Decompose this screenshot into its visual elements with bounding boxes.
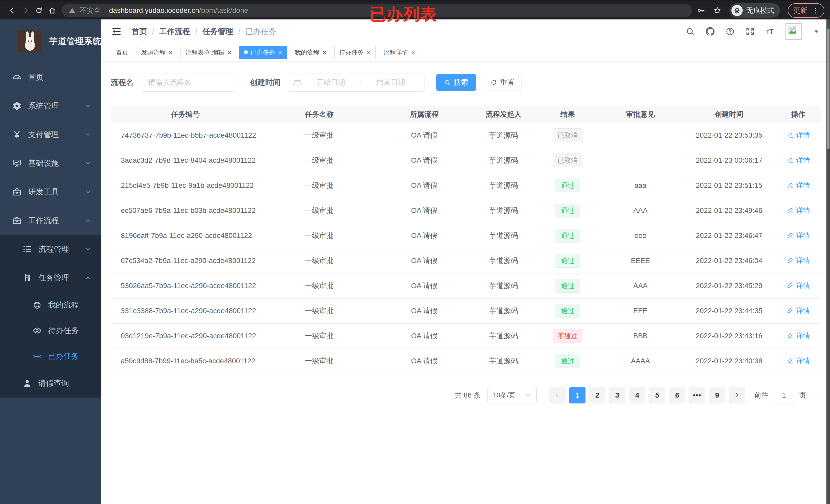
reset-button[interactable]: 重置 <box>483 74 522 91</box>
tab[interactable]: 流程表单-编辑 × <box>181 46 236 59</box>
cell-created: 2022-01-22 23:53:35 <box>682 123 776 148</box>
detail-link[interactable]: 详情 <box>787 256 810 265</box>
tab-label: 待办任务 <box>339 48 364 57</box>
scrollbar-thumb[interactable] <box>827 29 829 149</box>
detail-link[interactable]: 详情 <box>787 281 810 290</box>
sidebar-item[interactable]: 待办任务 <box>0 318 101 343</box>
tab[interactable]: 待办任务 × <box>334 46 376 59</box>
page-button[interactable]: 9 <box>709 387 725 403</box>
header-actions <box>685 23 820 40</box>
key-icon[interactable] <box>697 6 705 15</box>
page-button[interactable]: 5 <box>649 387 665 403</box>
page-size-select[interactable]: 10条/页 <box>487 387 537 403</box>
detail-link[interactable]: 详情 <box>787 131 810 140</box>
home-icon[interactable] <box>45 4 59 17</box>
cell-comment: BBB <box>598 324 682 348</box>
sidebar-item[interactable]: 我的流程 <box>0 292 101 318</box>
tasks-table: 任务编号任务名称所属流程流程发起人结果审批意见创建时间操作 74736737-7… <box>110 106 821 374</box>
reload-icon[interactable] <box>32 4 45 17</box>
page-button[interactable]: 2 <box>589 387 605 403</box>
search-button[interactable]: 搜索 <box>436 74 476 91</box>
cell-actions: 详情 <box>776 348 821 373</box>
detail-link[interactable]: 详情 <box>787 156 810 165</box>
cell-actions: 详情 <box>776 248 821 273</box>
sidebar-item[interactable]: 基础设施 <box>0 149 101 177</box>
detail-link[interactable]: 详情 <box>787 306 810 315</box>
goto-page-input[interactable] <box>773 387 795 403</box>
close-icon[interactable]: × <box>169 49 172 56</box>
tab[interactable]: 发起流程 × <box>136 46 178 59</box>
chrome-toolbar-right: 无痕模式 更新 ⋮ <box>697 3 824 18</box>
sidebar-item[interactable]: 已办任务 <box>0 343 101 369</box>
process-name-input[interactable] <box>141 73 235 92</box>
page-button[interactable]: ••• <box>689 387 705 403</box>
page-button[interactable]: 4 <box>629 387 645 403</box>
sidebar-item[interactable]: 工作流程 <box>0 206 101 235</box>
breadcrumb-item[interactable]: 首页 <box>132 26 147 37</box>
breadcrumb-item[interactable]: 已办任务 <box>233 26 276 37</box>
close-icon[interactable]: × <box>367 49 371 56</box>
bookmark-star-icon[interactable] <box>713 6 722 15</box>
close-icon[interactable]: × <box>411 49 415 56</box>
cell-starter: 芋道源码 <box>470 298 537 324</box>
next-page-button[interactable] <box>729 387 745 403</box>
sidebar-item[interactable]: 首页 <box>0 63 101 92</box>
avatar[interactable] <box>786 23 802 40</box>
page-button[interactable]: 6 <box>669 387 685 403</box>
sidebar-item[interactable]: 流程管理 <box>0 235 101 264</box>
tab[interactable]: 我的流程 × <box>290 46 331 59</box>
close-icon[interactable]: × <box>278 49 282 56</box>
close-icon[interactable]: × <box>227 49 231 56</box>
font-size-icon[interactable] <box>765 27 775 36</box>
cell-process: OA 请假 <box>378 198 470 223</box>
breadcrumb-item[interactable]: 任务管理 <box>190 26 233 37</box>
sidebar-collapse-icon[interactable] <box>111 26 122 37</box>
url-text: dashboard.yudao.iocoder.cn/bpm/task/done <box>109 6 248 14</box>
tab[interactable]: 流程详情 × <box>379 46 420 59</box>
detail-link[interactable]: 详情 <box>787 356 810 365</box>
page-button[interactable]: 1 <box>569 387 585 403</box>
detail-link[interactable]: 详情 <box>787 180 810 190</box>
search-icon[interactable] <box>685 27 695 36</box>
tab[interactable]: 已办任务 × <box>239 46 287 59</box>
create-time-label: 创建时间 <box>250 77 281 88</box>
result-badge: 通过 <box>555 178 580 192</box>
sidebar-item[interactable]: 系统管理 <box>0 92 101 120</box>
update-button[interactable]: 更新 ⋮ <box>788 3 824 18</box>
goto-suffix: 页 <box>799 391 806 400</box>
date-range-input[interactable]: 开始日期 - 结束日期 <box>288 73 424 92</box>
sidebar-item[interactable]: 支付管理 <box>0 120 101 149</box>
column-header: 任务编号 <box>110 106 260 123</box>
cell-starter: 芋道源码 <box>470 198 537 223</box>
cell-result: 通过 <box>537 223 598 248</box>
sidebar-item[interactable]: 任务管理 <box>0 264 101 292</box>
fullscreen-icon[interactable] <box>745 27 755 36</box>
page-button[interactable]: 3 <box>609 387 626 403</box>
eye-icon <box>32 326 42 335</box>
detail-link[interactable]: 详情 <box>787 231 810 240</box>
help-icon[interactable] <box>726 27 735 36</box>
forward-icon[interactable] <box>19 4 32 17</box>
detail-link[interactable]: 详情 <box>787 331 810 340</box>
close-icon[interactable]: × <box>323 49 326 56</box>
sidebar-item-label: 流程管理 <box>38 244 69 255</box>
sidebar-item[interactable]: 请假查询 <box>0 369 101 398</box>
avatar-caret-icon[interactable] <box>812 28 820 35</box>
cell-starter: 芋道源码 <box>470 123 537 148</box>
window-scrollbar[interactable] <box>826 20 830 504</box>
prev-page-button[interactable] <box>549 387 566 403</box>
cell-result: 通过 <box>537 248 598 273</box>
detail-link[interactable]: 详情 <box>787 206 810 215</box>
github-icon[interactable] <box>706 27 715 36</box>
menu-dots-icon[interactable]: ⋮ <box>812 6 819 14</box>
sidebar-item[interactable]: 研发工具 <box>0 177 101 206</box>
end-date-placeholder: 结束日期 <box>363 77 419 87</box>
cell-task-name: 一级审批 <box>260 223 378 248</box>
app-title: 芋道管理系统 <box>49 36 101 47</box>
chevron-icon <box>85 246 92 253</box>
sidebar-item-label: 研发工具 <box>28 187 59 197</box>
breadcrumb-item[interactable]: 工作流程 <box>147 26 190 37</box>
logo-row[interactable]: 芋道管理系统 <box>0 20 101 63</box>
back-icon[interactable] <box>6 4 19 17</box>
tab[interactable]: 首页 <box>111 46 133 59</box>
